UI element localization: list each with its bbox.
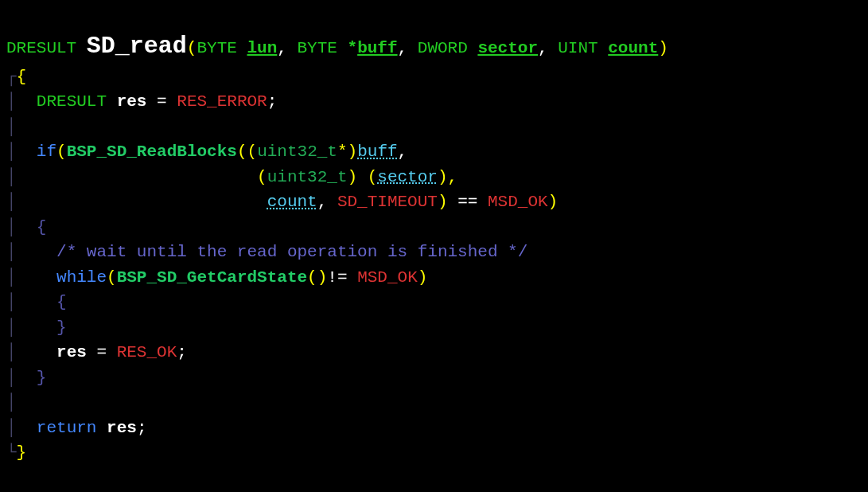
brace-close: } <box>56 318 67 337</box>
line-5: │ if(BSP_SD_ReadBlocks((uint32_t*)buff, <box>6 143 407 161</box>
kw-if: if <box>37 143 56 161</box>
semi: ; <box>177 343 187 361</box>
param3-name: sector <box>477 39 538 57</box>
brace-open: { <box>37 218 47 236</box>
cast-type: uint32_t <box>257 143 337 161</box>
semi: ; <box>267 92 278 111</box>
guide: │ <box>6 218 17 236</box>
param4-type: UINT <box>558 39 608 57</box>
enum-val: RES_OK <box>117 343 177 361</box>
op-eq: = <box>146 92 177 111</box>
guide: │ <box>6 318 17 337</box>
op-eqeq: == <box>448 193 488 211</box>
guide: │ <box>6 293 17 311</box>
paren-close: ) <box>438 193 448 211</box>
sep: , <box>317 193 337 211</box>
function-name: SD_read <box>87 33 187 60</box>
paren-open: ( <box>56 143 67 161</box>
line-2: ┌{ <box>6 68 26 86</box>
paren-open: ( <box>107 268 117 287</box>
brace-open: { <box>56 293 67 311</box>
param1-name: lun <box>247 39 277 57</box>
arg: sector <box>377 168 438 186</box>
guide: │ <box>6 143 17 161</box>
line-14: │ } <box>6 369 46 387</box>
sep: , <box>277 39 297 57</box>
return-type: DRESULT <box>6 39 87 57</box>
param1-type: BYTE <box>197 39 247 57</box>
var: res <box>107 419 137 437</box>
guide: │ <box>6 243 17 261</box>
star: * <box>337 143 348 161</box>
decl-type: DRESULT <box>37 92 117 111</box>
line-16: │ return res; <box>6 419 146 437</box>
guide: │ <box>6 393 17 412</box>
paren-close: ) <box>418 268 428 287</box>
paren-close: ) <box>548 193 559 211</box>
param2-type: BYTE <box>298 39 348 57</box>
param2-name: buff <box>357 39 397 57</box>
var: res <box>56 343 87 361</box>
enum-val: RES_ERROR <box>177 92 267 111</box>
param4-name: count <box>608 39 658 57</box>
call: BSP_SD_GetCardState <box>117 268 307 287</box>
guide: │ <box>6 343 17 361</box>
paren-open: ( <box>257 168 267 186</box>
line-4: │ <box>6 118 17 136</box>
guide: │ <box>6 118 17 136</box>
line-13: │ res = RES_OK; <box>6 343 187 361</box>
line-1: DRESULT SD_read(BYTE lun, BYTE *buff, DW… <box>6 39 668 57</box>
guide: ┌ <box>6 68 17 86</box>
guide: │ <box>6 193 17 211</box>
arg-count: count <box>267 193 317 211</box>
decl-var: res <box>117 92 147 111</box>
guide: │ <box>6 168 17 186</box>
op-neq: != <box>327 268 357 287</box>
call: BSP_SD_ReadBlocks <box>67 143 237 161</box>
comment: /* wait until the read operation is fini… <box>56 243 527 261</box>
line-8: │ { <box>6 218 46 236</box>
tail: ), <box>438 168 457 186</box>
parens: () <box>307 268 327 287</box>
guide: │ <box>6 369 17 387</box>
guide: │ <box>6 92 17 111</box>
kw-return: return <box>37 419 97 437</box>
line-15: │ <box>6 393 17 412</box>
sep: , <box>538 39 558 57</box>
line-6: │ (uint32_t) (sector), <box>6 168 457 186</box>
line-3: │ DRESULT res = RES_ERROR; <box>6 92 277 111</box>
line-17: └} <box>6 443 26 462</box>
enum-val: MSD_OK <box>488 193 548 211</box>
paren-close: ) <box>658 39 668 57</box>
line-12: │ } <box>6 318 67 337</box>
guide: │ <box>6 419 17 437</box>
enum-val: MSD_OK <box>357 268 418 287</box>
guide: │ <box>6 268 17 287</box>
code-block: DRESULT SD_read(BYTE lun, BYTE *buff, DW… <box>0 0 868 469</box>
guide: └ <box>6 443 17 462</box>
paren-open: ( <box>237 143 247 161</box>
star: * <box>348 39 358 57</box>
line-9: │ /* wait until the read operation is fi… <box>6 243 527 261</box>
semi: ; <box>137 419 147 437</box>
paren-open: ( <box>247 143 258 161</box>
sep: , <box>398 39 418 57</box>
paren-close: ) ( <box>348 168 378 186</box>
kw-while: while <box>56 268 107 287</box>
line-7: │ count, SD_TIMEOUT) == MSD_OK) <box>6 193 558 211</box>
comma: , <box>398 143 408 161</box>
line-10: │ while(BSP_SD_GetCardState()!= MSD_OK) <box>6 268 427 287</box>
param3-type: DWORD <box>418 39 478 57</box>
brace-close: } <box>17 443 27 462</box>
paren-open: ( <box>187 39 197 57</box>
cast-type: uint32_t <box>267 168 348 186</box>
paren-close: ) <box>348 143 358 161</box>
arg: buff <box>357 143 397 161</box>
line-11: │ { <box>6 293 67 311</box>
brace-open: { <box>17 68 27 86</box>
arg-timeout: SD_TIMEOUT <box>337 193 438 211</box>
brace-close: } <box>37 369 47 387</box>
op-eq: = <box>87 343 117 361</box>
